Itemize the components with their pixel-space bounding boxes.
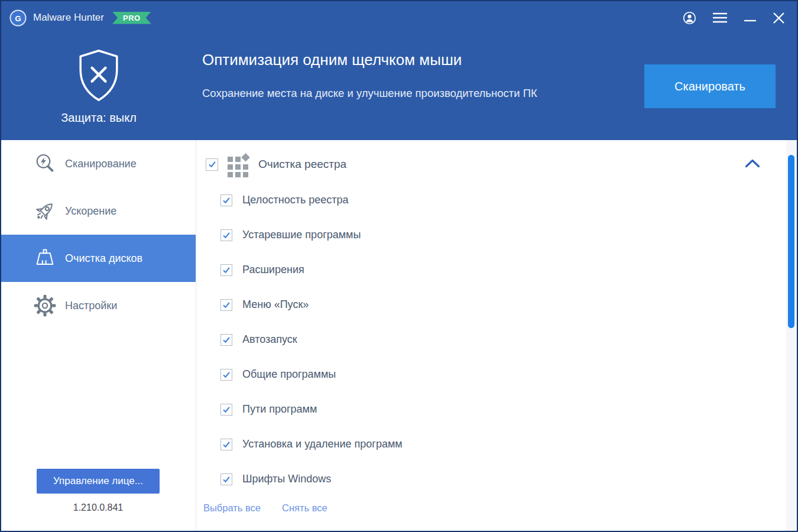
shield-off-icon (73, 46, 125, 105)
cleanup-item-row: Пути программ (220, 392, 797, 427)
sidebar-item-scan[interactable]: Сканирование (1, 140, 196, 187)
deselect-all-link[interactable]: Снять все (282, 502, 327, 514)
group-label: Очистка реестра (258, 158, 346, 171)
sidebar-item-settings[interactable]: Настройки (1, 282, 196, 329)
item-checkbox[interactable] (220, 404, 232, 416)
item-checkbox[interactable] (220, 299, 232, 311)
close-button[interactable] (773, 12, 785, 24)
registry-grid-icon (227, 151, 251, 177)
sidebar-item-label: Ускорение (65, 205, 116, 218)
cleanup-item-row: Меню «Пуск» (220, 287, 797, 322)
titlebar: G Malware Hunter PRO (1, 1, 797, 34)
item-checkbox[interactable] (220, 194, 232, 206)
select-all-link[interactable]: Выбрать все (203, 502, 261, 514)
cleanup-group-row: Очистка реестра (206, 151, 797, 178)
cleanup-list-panel: Очистка реестра Целостность реестра Уста… (196, 140, 797, 531)
item-label: Устаревшие программы (242, 229, 361, 241)
minimize-button[interactable] (744, 12, 757, 24)
page-subtitle: Сохранение места на диске и улучшение пр… (202, 87, 537, 100)
chevron-up-icon (745, 159, 760, 168)
item-label: Шрифты Windows (242, 473, 331, 485)
menu-icon[interactable] (712, 12, 728, 24)
sidebar-item-label: Сканирование (65, 158, 137, 170)
item-checkbox[interactable] (220, 229, 232, 241)
selection-links: Выбрать все Снять все (203, 502, 797, 514)
account-icon[interactable] (683, 11, 696, 25)
item-label: Целостность реестра (242, 194, 349, 206)
page-title: Оптимизация одним щелчком мыши (202, 51, 462, 69)
app-window: G Malware Hunter PRO (0, 0, 798, 532)
cleanup-item-row: Расширения (220, 252, 797, 287)
sidebar: Сканирование Ускорение (1, 140, 196, 531)
item-checkbox[interactable] (220, 473, 232, 485)
cleanup-item-row: Установка и удаление программ (220, 427, 797, 462)
cleanup-item-row: Устаревшие программы (220, 218, 797, 252)
protection-status-block: Защита: выкл (1, 34, 196, 140)
cleanup-item-row: Целостность реестра (220, 183, 797, 218)
item-checkbox[interactable] (220, 439, 232, 450)
cleanup-items: Целостность реестра Устаревшие программы… (206, 183, 797, 497)
item-label: Пути программ (242, 403, 317, 416)
sidebar-item-label: Настройки (65, 300, 117, 312)
item-label: Автозапуск (242, 333, 297, 346)
sidebar-item-disk-cleaner[interactable]: Очистка дисков (1, 235, 196, 282)
version-label: 1.210.0.841 (1, 502, 195, 513)
collapse-button[interactable] (745, 159, 760, 168)
cleanup-item-row: Общие программы (220, 357, 797, 392)
app-logo-icon: G (9, 9, 27, 27)
svg-text:G: G (15, 14, 21, 22)
item-checkbox[interactable] (220, 264, 232, 276)
license-button[interactable]: Управление лице... (37, 469, 160, 494)
item-label: Расширения (242, 264, 304, 276)
cleanup-item-row: Шрифты Windows (220, 462, 797, 497)
item-label: Установка и удаление программ (242, 438, 403, 450)
broom-icon (33, 246, 57, 270)
header: Защита: выкл Оптимизация одним щелчком м… (1, 34, 797, 140)
pro-badge: PRO (112, 12, 151, 24)
rocket-icon (33, 199, 57, 223)
sidebar-item-speedup[interactable]: Ускорение (1, 187, 196, 235)
item-label: Общие программы (242, 368, 336, 381)
gear-icon (33, 294, 57, 317)
scrollbar-thumb[interactable] (788, 155, 794, 328)
item-label: Меню «Пуск» (242, 299, 309, 311)
item-checkbox[interactable] (220, 369, 232, 381)
item-checkbox[interactable] (220, 334, 232, 346)
sidebar-item-label: Очистка дисков (65, 252, 142, 265)
magnifier-lightning-icon (33, 152, 57, 176)
scan-button[interactable]: Сканировать (644, 64, 776, 108)
protection-status-label: Защита: выкл (61, 111, 137, 125)
scrollbar-track[interactable] (786, 140, 797, 531)
cleanup-item-row: Автозапуск (220, 322, 797, 357)
group-checkbox[interactable] (206, 158, 218, 171)
app-title: Malware Hunter (33, 12, 104, 24)
